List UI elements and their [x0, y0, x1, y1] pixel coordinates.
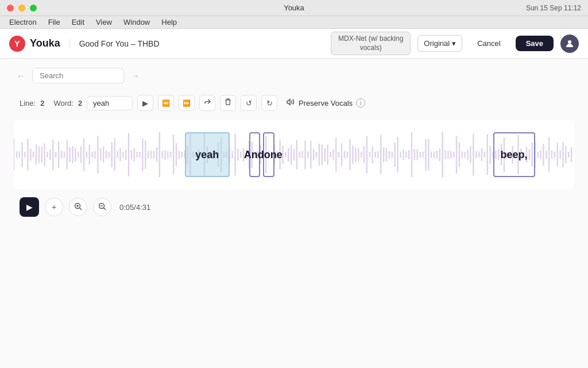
app-logo-icon: Y: [9, 36, 25, 52]
window-title: Youka: [284, 3, 304, 12]
share-icon: [204, 98, 211, 108]
zoom-out-icon: [98, 202, 106, 212]
delete-button[interactable]: [220, 95, 236, 111]
menu-electron[interactable]: Electron: [5, 17, 41, 28]
maximize-button[interactable]: [30, 5, 37, 12]
song-title: Good For You – THBD: [69, 39, 160, 48]
search-input[interactable]: [32, 68, 124, 83]
word-block-one[interactable]: [263, 132, 274, 177]
menu-window[interactable]: Window: [119, 17, 154, 28]
title-bar: Youka Sun 15 Sep 11:12: [0, 0, 588, 16]
redo-icon: ↻: [266, 99, 273, 108]
undo-button[interactable]: ↺: [241, 95, 257, 111]
datetime-display: Sun 15 Sep 11:12: [526, 4, 581, 12]
info-icon[interactable]: i: [356, 98, 365, 108]
waveform-svg: // Will be generated by JS below: [14, 120, 574, 189]
fast-forward-button[interactable]: ⏩: [179, 95, 195, 111]
chevron-down-icon: ▾: [452, 39, 456, 48]
line-value: 2: [40, 99, 44, 108]
play-large-button[interactable]: ▶: [20, 197, 39, 217]
svg-line-202: [79, 208, 82, 210]
word-block-yeah[interactable]: yeah: [185, 132, 230, 177]
original-dropdown[interactable]: Original ▾: [417, 35, 462, 52]
share-button[interactable]: [199, 95, 215, 111]
svg-point-0: [568, 40, 571, 44]
preserve-vocals-label: Preserve Vocals: [299, 99, 353, 108]
save-button[interactable]: Save: [516, 36, 554, 51]
back-arrow[interactable]: ←: [14, 69, 28, 83]
close-button[interactable]: [7, 5, 14, 12]
svg-line-206: [103, 208, 106, 210]
header-right-controls: MDX-Net (w/ backing vocals) Original ▾ C…: [331, 32, 579, 55]
plus-icon: +: [52, 202, 56, 212]
model-badge-line1: MDX-Net (w/ backing: [338, 34, 403, 43]
play-icon: ▶: [142, 99, 148, 108]
rewind-button[interactable]: ⏪: [158, 95, 174, 111]
fast-forward-icon: ⏩: [183, 99, 191, 107]
word-beep-text: beep,: [501, 149, 528, 161]
editor-toolbar: Line: 2 Word: 2 ▶ ⏪ ⏩: [14, 95, 574, 111]
title-bar-status: Sun 15 Sep 11:12: [526, 4, 581, 12]
avatar[interactable]: [560, 34, 579, 53]
original-label: Original: [424, 39, 450, 48]
menu-file[interactable]: File: [44, 17, 65, 28]
menu-edit[interactable]: Edit: [67, 17, 89, 28]
forward-arrow[interactable]: →: [129, 69, 142, 83]
minimize-button[interactable]: [18, 5, 25, 12]
model-badge-line2: vocals): [360, 44, 382, 52]
zoom-out-button[interactable]: [93, 198, 111, 216]
app-brand-name: Youka: [30, 37, 60, 49]
main-content: ← → Line: 2 Word: 2 ▶ ⏪ ⏩: [0, 59, 588, 368]
word-text-input[interactable]: [87, 96, 133, 110]
search-area: ← →: [14, 68, 574, 83]
redo-button[interactable]: ↻: [261, 95, 277, 111]
app-header: Y Youka Good For You – THBD MDX-Net (w/ …: [0, 29, 588, 59]
add-button[interactable]: +: [45, 198, 63, 216]
word-yeah-text: yeah: [195, 149, 219, 161]
volume-icon: [287, 98, 295, 108]
play-button[interactable]: ▶: [137, 95, 153, 111]
waveform-container: // Will be generated by JS below yeah An…: [14, 120, 574, 189]
menu-help[interactable]: Help: [157, 17, 181, 28]
word-label: Word:: [53, 99, 73, 108]
time-display: 0:05/4:31: [119, 203, 150, 212]
word-block-and[interactable]: [249, 132, 261, 177]
undo-icon: ↺: [246, 99, 252, 108]
rewind-icon: ⏪: [162, 99, 170, 107]
logo-area: Y Youka: [9, 36, 60, 52]
trash-icon: [225, 98, 231, 108]
zoom-in-icon: [74, 202, 82, 212]
word-block-beep[interactable]: beep,: [493, 132, 535, 177]
line-label: Line:: [20, 99, 36, 108]
cancel-button[interactable]: Cancel: [469, 36, 508, 51]
bottom-controls: ▶ + 0:05/4:31: [14, 197, 574, 217]
menu-bar: Electron File Edit View Window Help: [0, 16, 588, 29]
play-large-icon: ▶: [26, 202, 33, 212]
zoom-in-button[interactable]: [69, 198, 87, 216]
word-value: 2: [78, 99, 82, 108]
preserve-vocals-toggle[interactable]: Preserve Vocals i: [287, 98, 365, 108]
menu-view[interactable]: View: [91, 17, 117, 28]
traffic-lights: [7, 5, 37, 12]
model-badge: MDX-Net (w/ backing vocals): [331, 32, 411, 55]
